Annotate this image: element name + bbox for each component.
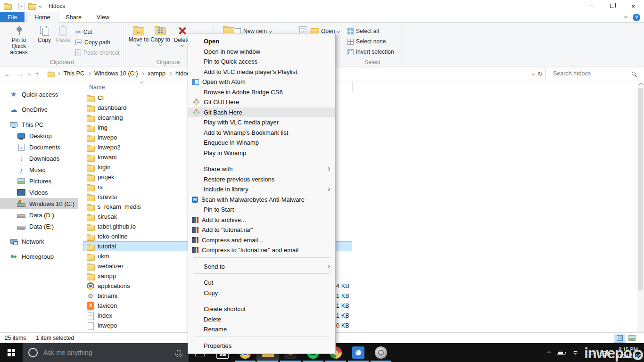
cortana-search-box[interactable] — [23, 343, 189, 362]
tab-file[interactable]: File — [0, 12, 25, 22]
minimize-ribbon-icon[interactable] — [624, 16, 627, 19]
context-menu-item[interactable]: Pin to Start — [188, 205, 335, 215]
quick-access-customize-icon[interactable] — [39, 4, 42, 8]
paste-shortcut-button[interactable]: Paste shortcut — [75, 48, 120, 58]
cut-button[interactable]: Cut — [75, 27, 92, 37]
vertical-scrollbar[interactable] — [637, 81, 644, 332]
context-menu-item[interactable]: Git GUI Here — [188, 97, 335, 107]
scroll-up-icon[interactable] — [639, 83, 642, 86]
tab-home[interactable]: Home — [26, 12, 58, 23]
scrollbar-thumb[interactable] — [638, 88, 643, 290]
address-dropdown-icon[interactable] — [532, 72, 535, 75]
sidebar-item[interactable]: Data (D:) — [0, 209, 78, 221]
context-menu-item[interactable]: Play in Winamp — [188, 148, 335, 158]
sidebar-item[interactable]: Data (E:) — [0, 221, 78, 232]
restore-button[interactable] — [602, 0, 623, 12]
cortana-search-input[interactable] — [43, 349, 171, 356]
wifi-icon[interactable] — [572, 350, 579, 355]
sidebar-item[interactable]: Network — [0, 236, 78, 247]
copy-path-button[interactable]: Copy path — [75, 38, 110, 47]
context-menu-item[interactable]: Properties — [188, 341, 335, 351]
context-menu-item[interactable]: Delete — [188, 314, 335, 325]
context-menu-item[interactable]: Share with — [188, 164, 335, 174]
context-menu-item[interactable]: Open — [188, 36, 335, 47]
context-menu-item[interactable]: Add to archive... — [188, 215, 335, 225]
context-menu-item[interactable]: Cut — [188, 278, 335, 288]
breadcrumb-segment[interactable]: This PC — [63, 70, 85, 77]
sidebar-item[interactable]: Windows 10 (C:) — [0, 198, 78, 209]
column-divider[interactable] — [352, 82, 353, 92]
start-button[interactable] — [0, 343, 23, 362]
context-menu-item[interactable]: Open in new window — [188, 47, 335, 57]
context-menu-item[interactable]: Compress to "tutorial.rar" and email — [188, 245, 335, 255]
context-menu-item[interactable] — [188, 257, 335, 262]
sidebar-item[interactable]: This PC — [0, 119, 78, 130]
search-input[interactable] — [553, 70, 629, 77]
show-hidden-icons-icon[interactable] — [547, 351, 551, 354]
volume-button[interactable] — [586, 350, 594, 355]
invert-selection-button[interactable]: Invert selection — [347, 47, 394, 57]
quick-access-newfolder-icon[interactable] — [28, 3, 36, 9]
search-box[interactable] — [549, 68, 639, 79]
taskbar-clock[interactable]: 8:15 PM 10/14/2016 — [615, 346, 641, 359]
tab-share[interactable]: Share — [58, 12, 89, 22]
context-menu-item[interactable]: Pin to Quick access — [188, 57, 335, 67]
sidebar-item[interactable]: Desktop — [0, 130, 78, 141]
context-menu-item[interactable]: Add to Winamp's Bookmark list — [188, 128, 335, 138]
sidebar-item[interactable]: OneDrive — [0, 104, 78, 115]
sidebar-item[interactable]: Videos — [0, 187, 78, 198]
copy-to-button[interactable]: ☷ Copy to — [150, 25, 171, 46]
recent-locations-icon[interactable] — [28, 72, 31, 75]
context-menu-item[interactable] — [188, 273, 335, 278]
refresh-icon[interactable]: ↻ — [537, 70, 543, 77]
select-all-button[interactable]: Select all — [347, 26, 379, 36]
context-menu-item[interactable]: Play with VLC media player — [188, 117, 335, 128]
breadcrumb-segment[interactable]: Windows 10 (C:) — [93, 70, 139, 77]
forward-button[interactable]: → — [17, 70, 24, 78]
battery-icon[interactable] — [557, 351, 565, 355]
sidebar-item[interactable]: Pictures — [0, 175, 78, 187]
close-button[interactable]: × — [623, 0, 644, 12]
context-menu-item[interactable]: Include in library — [188, 184, 335, 195]
up-button[interactable]: ↑ — [35, 70, 39, 78]
details-view-button[interactable] — [614, 334, 625, 343]
breadcrumb-segment[interactable]: xampp — [147, 70, 166, 77]
context-menu-item[interactable] — [188, 300, 335, 304]
context-menu-item[interactable]: Rename — [188, 324, 335, 335]
context-menu-item[interactable]: Compress and email... — [188, 235, 335, 246]
taskbar-app-button[interactable] — [370, 343, 392, 362]
context-menu-item[interactable]: Git Bash Here — [188, 107, 335, 118]
context-menu-item[interactable]: Restore previous versions — [188, 174, 335, 185]
column-header-name[interactable]: Name — [89, 84, 105, 90]
copy-button[interactable]: Copy — [36, 25, 53, 43]
context-menu-item[interactable] — [188, 160, 335, 164]
context-menu-item[interactable]: Copy — [188, 288, 335, 298]
context-menu-item[interactable]: Open with Atom — [188, 77, 335, 87]
quick-access-properties-icon[interactable]: ✓ — [18, 3, 25, 9]
context-menu-item[interactable]: Enqueue in Winamp — [188, 138, 335, 148]
sidebar-item[interactable]: Music — [0, 164, 78, 175]
sidebar-item[interactable]: Downloads — [0, 153, 78, 164]
context-menu-item[interactable]: Scan with Malwarebytes Anti-Malware — [188, 195, 335, 205]
tab-view[interactable]: View — [89, 12, 117, 22]
context-menu-item[interactable]: Add to VLC media player's Playlist — [188, 67, 335, 77]
context-menu-item[interactable]: Add to "tutorial.rar" — [188, 225, 335, 235]
help-icon[interactable]: ? — [633, 14, 640, 21]
thumbnails-view-button[interactable] — [626, 334, 637, 343]
context-menu-item[interactable]: Send to — [188, 262, 335, 272]
action-center-icon[interactable] — [601, 350, 608, 356]
microphone-icon[interactable] — [177, 350, 181, 355]
minimize-button[interactable] — [580, 0, 602, 12]
sidebar-item[interactable]: Documents — [0, 141, 78, 153]
context-menu-item[interactable]: Create shortcut — [188, 304, 335, 314]
taskbar-app-button[interactable] — [347, 343, 370, 362]
paste-button[interactable]: Paste — [54, 25, 73, 43]
context-menu-item[interactable] — [188, 337, 335, 341]
pin-to-quick-access-button[interactable]: Pin to Quick access — [4, 25, 34, 56]
context-menu-item[interactable]: Browse in Adobe Bridge CS6 — [188, 87, 335, 98]
move-to-button[interactable]: ← Move to — [128, 25, 149, 46]
select-none-button[interactable]: Select none — [347, 37, 386, 46]
search-icon[interactable] — [632, 72, 636, 75]
back-button[interactable]: ← — [5, 70, 12, 78]
sidebar-item[interactable]: Quick access — [0, 89, 78, 100]
